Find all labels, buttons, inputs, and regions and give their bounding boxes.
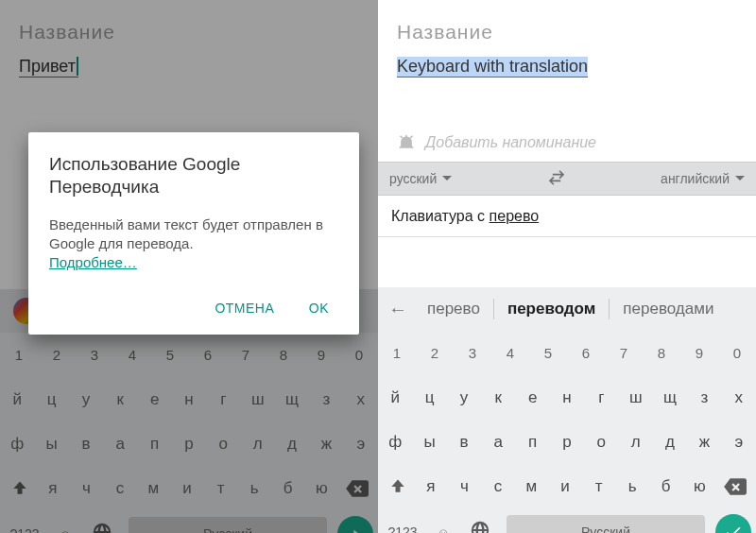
key-н[interactable]: н: [550, 375, 584, 420]
translate-consent-dialog: Использование Google Переводчика Введенн…: [28, 132, 359, 335]
translate-input[interactable]: Клавиатура с перево: [378, 196, 756, 237]
reminder-icon: [397, 133, 416, 152]
key-е[interactable]: е: [515, 375, 549, 420]
keyboard-row-1: йцукенгшщзх: [378, 375, 756, 420]
key-г[interactable]: г: [584, 375, 618, 420]
key-2[interactable]: 2: [416, 331, 454, 375]
keyboard-row-3-wrap: ячсмитьбю: [378, 464, 756, 508]
key-ь[interactable]: ь: [615, 464, 649, 508]
key-б[interactable]: б: [649, 464, 683, 508]
backspace-key[interactable]: [716, 464, 752, 508]
keyboard-row-2: фывапролджэ: [378, 420, 756, 464]
key-д[interactable]: д: [653, 420, 687, 464]
key-р[interactable]: р: [550, 420, 584, 464]
key-о[interactable]: о: [584, 420, 618, 464]
translate-language-bar: русский английский: [378, 162, 756, 196]
suggestion-0[interactable]: перево: [414, 300, 493, 318]
dialog-title: Использование Google Переводчика: [49, 153, 338, 198]
suggestion-back-button[interactable]: ←: [382, 299, 414, 320]
source-language-dropdown[interactable]: русский: [389, 171, 452, 186]
keyboard-row-numbers: 1234567890: [378, 331, 756, 375]
key-м[interactable]: м: [515, 464, 549, 508]
shift-key[interactable]: [382, 464, 414, 508]
key-й[interactable]: й: [378, 375, 412, 420]
key-4[interactable]: 4: [491, 331, 529, 375]
chevron-down-icon: [442, 174, 452, 183]
key-ю[interactable]: ю: [682, 464, 716, 508]
add-reminder[interactable]: Добавить напоминание: [378, 133, 756, 162]
key-1[interactable]: 1: [378, 331, 416, 375]
key-ш[interactable]: ш: [619, 375, 653, 420]
key-а[interactable]: а: [481, 420, 515, 464]
key-э[interactable]: э: [722, 420, 756, 464]
key-0[interactable]: 0: [718, 331, 756, 375]
key-п[interactable]: п: [515, 420, 549, 464]
swap-languages-button[interactable]: [547, 168, 566, 190]
learn-more-link[interactable]: Подробнее…: [49, 254, 137, 270]
key-6[interactable]: 6: [567, 331, 605, 375]
reminder-placeholder: Добавить напоминание: [425, 134, 596, 151]
key-5[interactable]: 5: [529, 331, 567, 375]
keyboard: ← перево переводом переводами 1234567890…: [378, 287, 756, 533]
symbols-key[interactable]: ?123: [378, 524, 427, 533]
chevron-down-icon: [735, 174, 745, 183]
dialog-body: Введенный вами текст будет отправлен в G…: [49, 215, 338, 273]
key-щ[interactable]: щ: [653, 375, 687, 420]
key-х[interactable]: х: [722, 375, 756, 420]
swap-icon: [547, 168, 566, 187]
target-language-dropdown[interactable]: английский: [661, 171, 745, 186]
key-в[interactable]: в: [447, 420, 481, 464]
key-л[interactable]: л: [619, 420, 653, 464]
key-к[interactable]: к: [481, 375, 515, 420]
cancel-button[interactable]: ОТМЕНА: [205, 295, 284, 321]
key-я[interactable]: я: [414, 464, 448, 508]
key-ж[interactable]: ж: [687, 420, 721, 464]
key-9[interactable]: 9: [680, 331, 718, 375]
key-7[interactable]: 7: [605, 331, 643, 375]
key-з[interactable]: з: [687, 375, 721, 420]
suggestion-1[interactable]: переводом: [494, 300, 609, 318]
suggestion-bar: ← перево переводом переводами: [378, 287, 756, 331]
key-с[interactable]: с: [481, 464, 515, 508]
key-у[interactable]: у: [447, 375, 481, 420]
key-т[interactable]: т: [582, 464, 616, 508]
emoji-key[interactable]: ☺: [427, 525, 459, 534]
note-title: Название: [397, 21, 737, 43]
enter-key[interactable]: [711, 509, 756, 533]
globe-key[interactable]: [459, 520, 501, 533]
suggestion-2[interactable]: переводами: [610, 300, 727, 318]
space-key[interactable]: Русский: [507, 515, 705, 533]
keyboard-row-3: ячсмитьбю: [414, 464, 716, 508]
key-ф[interactable]: ф: [378, 420, 412, 464]
key-ы[interactable]: ы: [412, 420, 446, 464]
key-ч[interactable]: ч: [448, 464, 482, 508]
key-и[interactable]: и: [548, 464, 582, 508]
ok-button[interactable]: OK: [300, 295, 338, 321]
key-ц[interactable]: ц: [412, 375, 446, 420]
key-8[interactable]: 8: [643, 331, 680, 375]
key-3[interactable]: 3: [454, 331, 491, 375]
note-text-input[interactable]: Keyboard with translation: [397, 57, 588, 77]
